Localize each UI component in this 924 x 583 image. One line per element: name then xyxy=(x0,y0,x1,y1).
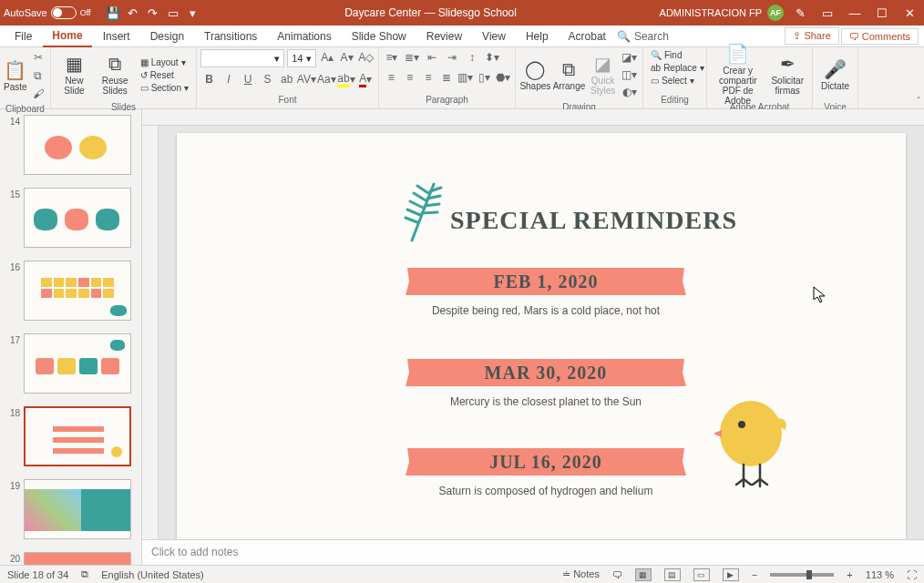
notes-toggle[interactable]: ≐ Notes xyxy=(562,568,600,580)
minimize-icon[interactable]: — xyxy=(844,4,866,22)
justify-icon[interactable]: ≣ xyxy=(438,69,455,86)
slide-thumbnail-19[interactable] xyxy=(24,479,131,539)
paste-button[interactable]: 📋Paste xyxy=(4,50,27,101)
format-painter-icon[interactable]: 🖌 xyxy=(29,86,47,102)
start-slideshow-icon[interactable]: ▭ xyxy=(164,4,182,22)
align-left-icon[interactable]: ≡ xyxy=(383,69,399,86)
zoom-level[interactable]: 113 % xyxy=(866,569,894,580)
slide-thumbnails-panel[interactable]: 14 15 16 17 18 19 20 xyxy=(0,109,142,565)
reminder-2[interactable]: MAR 30, 2020 Mercury is the closest plan… xyxy=(409,359,683,408)
slide-title[interactable]: SPECIAL REMINDERS xyxy=(450,206,737,235)
reading-view-icon[interactable]: ▭ xyxy=(693,568,710,581)
tab-slideshow[interactable]: Slide Show xyxy=(343,26,416,46)
columns-icon[interactable]: ▥▾ xyxy=(457,69,474,86)
tab-insert[interactable]: Insert xyxy=(94,26,139,46)
spacing-icon[interactable]: AV▾ xyxy=(297,71,315,87)
quick-styles-button[interactable]: ◪Quick Styles xyxy=(587,49,619,100)
reminder-3[interactable]: JUL 16, 2020 Saturn is composed of hydro… xyxy=(409,448,683,497)
tab-animations[interactable]: Animations xyxy=(268,26,340,46)
slide-thumbnail-14[interactable] xyxy=(24,115,131,175)
reuse-slides-button[interactable]: ⧉Reuse Slides xyxy=(96,49,135,100)
copy-icon[interactable]: ⧉ xyxy=(29,67,47,84)
slide-thumbnail-15[interactable] xyxy=(24,188,131,248)
find-button[interactable]: 🔍 Find xyxy=(647,49,685,61)
numbering-icon[interactable]: ≣▾ xyxy=(403,49,421,66)
tab-design[interactable]: Design xyxy=(141,26,193,46)
tab-home[interactable]: Home xyxy=(43,26,91,47)
zoom-slider[interactable] xyxy=(770,573,834,577)
highlight-icon[interactable]: ab▾ xyxy=(337,71,354,87)
line-spacing-icon[interactable]: ↕ xyxy=(463,49,481,66)
reset-button[interactable]: ↺ Reset xyxy=(137,69,192,81)
fit-to-window-icon[interactable]: ⛶ xyxy=(907,569,917,580)
tab-view[interactable]: View xyxy=(473,26,515,46)
dictate-button[interactable]: 🎤Dictate xyxy=(816,49,854,100)
zoom-in-icon[interactable]: + xyxy=(847,569,852,580)
align-right-icon[interactable]: ≡ xyxy=(420,69,436,86)
autosave-toggle[interactable]: AutoSave Off xyxy=(4,6,91,19)
smartart-icon[interactable]: ⬣▾ xyxy=(495,69,511,86)
adobe-sign-button[interactable]: ✒Solicitar firmas xyxy=(766,49,808,100)
increase-font-icon[interactable]: A▴ xyxy=(319,49,335,66)
decrease-font-icon[interactable]: A▾ xyxy=(338,49,354,66)
layout-button[interactable]: ▦ Layout ▾ xyxy=(137,56,192,68)
coming-soon-icon[interactable]: ✎ xyxy=(789,4,811,22)
slide-canvas[interactable]: SPECIAL REMINDERS FEB 1, 2020 Despite be… xyxy=(177,133,906,539)
select-button[interactable]: ▭ Select ▾ xyxy=(647,75,698,87)
italic-icon[interactable]: I xyxy=(220,71,237,87)
tab-help[interactable]: Help xyxy=(517,26,558,46)
slide-thumbnail-16[interactable] xyxy=(24,261,131,321)
underline-icon[interactable]: U xyxy=(240,71,257,87)
replace-button[interactable]: ab Replace ▾ xyxy=(647,62,708,74)
shadow-icon[interactable]: ab xyxy=(278,71,295,87)
shape-fill-icon[interactable]: ◪▾ xyxy=(621,49,639,66)
accessibility-icon[interactable]: ⧉ xyxy=(81,568,88,580)
tab-transitions[interactable]: Transitions xyxy=(195,26,266,46)
bold-icon[interactable]: B xyxy=(200,71,218,87)
undo-icon[interactable]: ↶ xyxy=(124,4,142,22)
font-size-select[interactable]: 14▾ xyxy=(287,49,316,67)
account-name[interactable]: ADMINISTRACION FP xyxy=(660,7,762,18)
tab-review[interactable]: Review xyxy=(417,26,471,46)
align-center-icon[interactable]: ≡ xyxy=(401,69,417,86)
slide-thumbnail-20[interactable] xyxy=(24,552,131,565)
tell-me-search[interactable]: 🔍Search xyxy=(617,30,669,43)
arrange-button[interactable]: ⧉Arrange xyxy=(553,49,586,100)
normal-view-icon[interactable]: ▦ xyxy=(635,568,652,581)
ribbon-display-icon[interactable]: ▭ xyxy=(816,4,838,22)
clear-format-icon[interactable]: A◇ xyxy=(358,49,375,66)
indent-inc-icon[interactable]: ⇥ xyxy=(443,49,461,66)
comments-button[interactable]: 🗨 Comments xyxy=(841,28,919,45)
bullets-icon[interactable]: ≡▾ xyxy=(383,49,401,66)
status-language[interactable]: English (United States) xyxy=(101,569,204,580)
shape-outline-icon[interactable]: ◫▾ xyxy=(621,66,639,83)
sorter-view-icon[interactable]: ▤ xyxy=(664,568,681,581)
section-button[interactable]: ▭ Section ▾ xyxy=(137,82,192,94)
maximize-icon[interactable]: ☐ xyxy=(871,4,893,22)
save-icon[interactable]: 💾 xyxy=(104,4,122,22)
slide-thumbnail-18[interactable] xyxy=(24,406,131,466)
shapes-button[interactable]: ◯Shapes xyxy=(519,49,551,100)
tab-file[interactable]: File xyxy=(5,26,41,46)
reminder-1[interactable]: FEB 1, 2020 Despite being red, Mars is a… xyxy=(409,268,683,317)
cut-icon[interactable]: ✂ xyxy=(29,49,47,66)
notes-input[interactable]: Click to add notes xyxy=(142,539,924,565)
align-text-icon[interactable]: ▯▾ xyxy=(476,69,492,86)
strike-icon[interactable]: S xyxy=(259,71,276,87)
share-button[interactable]: ⇪ Share xyxy=(785,27,838,45)
close-icon[interactable]: ✕ xyxy=(898,4,920,22)
new-slide-button[interactable]: ▦New Slide xyxy=(55,49,94,100)
qat-dropdown-icon[interactable]: ▾ xyxy=(184,4,202,22)
slideshow-view-icon[interactable]: ▶ xyxy=(723,568,739,581)
shape-effects-icon[interactable]: ◐▾ xyxy=(621,84,639,100)
slide-thumbnail-17[interactable] xyxy=(24,333,131,394)
indent-dec-icon[interactable]: ⇤ xyxy=(423,49,441,66)
comments-toggle[interactable]: 🗨 xyxy=(612,569,622,580)
tab-acrobat[interactable]: Acrobat xyxy=(560,26,615,46)
case-icon[interactable]: Aa▾ xyxy=(317,71,335,87)
zoom-out-icon[interactable]: − xyxy=(752,569,757,580)
font-family-select[interactable]: ▾ xyxy=(200,49,284,67)
adobe-create-button[interactable]: 📄Crear y compartir PDF de Adobe xyxy=(711,49,765,100)
avatar[interactable]: AF xyxy=(767,5,784,21)
collapse-ribbon-icon[interactable]: ˆ xyxy=(917,96,920,107)
